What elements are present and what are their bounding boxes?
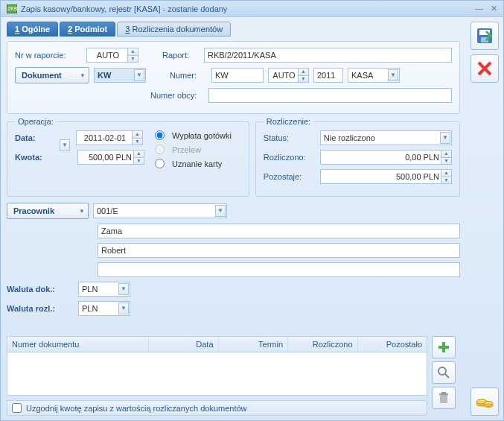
waluta-rozl-label: Waluta rozl.: <box>7 304 74 313</box>
save-button[interactable] <box>470 22 499 50</box>
col-data[interactable]: Data <box>149 337 218 352</box>
pozostaje-input[interactable] <box>320 169 452 184</box>
header-panel: Nr w raporcie: ▲▼ Raport: Dokument▼ ▼ Nu… <box>7 41 460 114</box>
numer-obcy-label: Numer obcy: <box>150 91 204 100</box>
documents-grid[interactable]: Numer dokumentu Data Termin Rozliczono P… <box>7 336 427 396</box>
extra-input[interactable] <box>98 262 460 277</box>
tabs: 1 Ogólne 2 Podmiot 3 Rozliczenia dokumen… <box>7 22 460 37</box>
chevron-down-icon[interactable]: ▼ <box>134 69 144 81</box>
app-icon: ZKB <box>7 4 17 13</box>
rozliczenie-group: Rozliczenie: Status: ▼ Rozliczono: ▲▼ Po… <box>255 117 460 197</box>
close-icon[interactable]: ✕ <box>491 4 497 13</box>
raport-input[interactable] <box>204 48 452 63</box>
svg-point-15 <box>484 402 493 405</box>
status-input[interactable] <box>320 130 452 145</box>
delete-row-button[interactable] <box>432 387 456 409</box>
coins-icon <box>476 393 494 410</box>
spin-down-icon[interactable]: ▼ <box>127 56 138 63</box>
kwota-label: Kwota: <box>15 153 52 162</box>
operacja-legend: Operacja: <box>15 117 57 126</box>
svg-point-2 <box>438 367 446 375</box>
cancel-button[interactable] <box>470 54 499 83</box>
operacja-group: Operacja: Data: ▼ ▲▼ Kwota: ▲▼ <box>7 117 249 197</box>
waluta-dok-label: Waluta dok.: <box>7 285 74 294</box>
svg-rect-1 <box>438 346 449 349</box>
rozliczenie-legend: Rozliczenie: <box>264 117 313 126</box>
tab-rozliczenia[interactable]: 3 Rozliczenia dokumentów <box>117 22 231 37</box>
col-rozliczono[interactable]: Rozliczono <box>288 337 357 352</box>
coins-button[interactable] <box>470 387 499 416</box>
rozliczono-label: Rozliczono: <box>264 153 316 162</box>
search-row-button[interactable] <box>432 361 456 384</box>
pozostaje-label: Pozostaje: <box>264 172 316 181</box>
numer-obcy-input[interactable] <box>208 88 452 103</box>
tab-general[interactable]: 1 Ogólne <box>7 22 58 37</box>
svg-line-3 <box>445 374 449 378</box>
uzgodnij-checkbox[interactable] <box>12 403 22 413</box>
pracownik-kod-input[interactable] <box>93 203 227 218</box>
nazwisko-input[interactable] <box>98 224 460 238</box>
window-title: Zapis kasowy/bankowy, rejestr [KASA] - z… <box>21 4 475 13</box>
tab-podmiot[interactable]: 2 Podmiot <box>60 22 115 37</box>
imie-input[interactable] <box>98 243 460 258</box>
grid-header: Numer dokumentu Data Termin Rozliczono P… <box>7 337 427 352</box>
radio-wyplata[interactable] <box>155 130 165 140</box>
spin-up-icon[interactable]: ▲ <box>127 48 138 56</box>
nr-w-raporcie-label: Nr w raporcie: <box>15 51 82 60</box>
radio-przelew <box>155 145 165 154</box>
data-label: Data: <box>15 133 52 142</box>
col-pozostalo[interactable]: Pozostało <box>358 337 427 352</box>
radio-uznanie[interactable] <box>155 159 165 168</box>
grid-body[interactable] <box>7 352 427 394</box>
add-row-button[interactable] <box>432 336 456 358</box>
numer-prefix-input[interactable] <box>211 68 264 83</box>
calendar-icon[interactable]: ▼ <box>60 139 70 151</box>
rozliczono-input[interactable] <box>320 150 452 165</box>
svg-rect-6 <box>441 392 446 393</box>
numer-year-input[interactable] <box>313 68 343 83</box>
dokument-button[interactable]: Dokument▼ <box>15 67 89 83</box>
minimize-icon[interactable]: — <box>475 4 483 13</box>
col-termin[interactable]: Termin <box>219 337 288 352</box>
svg-rect-5 <box>439 393 448 395</box>
title-bar: ZKB Zapis kasowy/bankowy, rejestr [KASA]… <box>1 1 503 17</box>
save-icon <box>476 27 494 45</box>
pracownik-button[interactable]: Pracownik▼ <box>7 203 89 219</box>
col-numer[interactable]: Numer dokumentu <box>7 337 149 352</box>
numer-label: Numer: <box>170 71 207 80</box>
raport-label: Raport: <box>162 51 200 60</box>
uzgodnij-label: Uzgodnij kwotę zapisu z wartością rozlic… <box>26 404 247 413</box>
status-label: Status: <box>264 133 316 142</box>
svg-rect-4 <box>440 395 447 403</box>
cancel-icon <box>476 60 493 77</box>
